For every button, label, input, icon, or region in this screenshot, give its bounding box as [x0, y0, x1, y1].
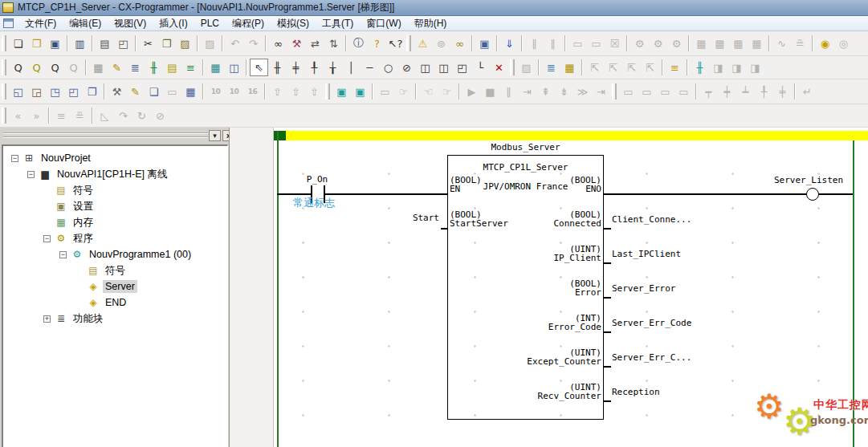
tree-item-内存[interactable]: ▦内存 — [3, 214, 227, 230]
line-connect-icon[interactable]: └ — [471, 59, 490, 76]
coil-Server_Listen[interactable] — [806, 188, 819, 201]
new-closed-coil-icon[interactable]: ⊘ — [397, 59, 416, 76]
menu-item-1[interactable]: 编辑(E) — [63, 15, 108, 32]
paste-icon[interactable]: ▨ — [176, 35, 194, 52]
ab-replace-icon[interactable]: ⇅ — [324, 35, 343, 52]
monitor-hh-icon[interactable]: ╫ — [691, 59, 709, 76]
menu-item-9[interactable]: 帮助(H) — [408, 15, 454, 32]
open-file-icon[interactable]: ❐ — [27, 35, 46, 52]
fb-input-pin-StartServer[interactable]: StartServer — [450, 219, 508, 228]
stack-view-icon[interactable]: ≣ — [542, 59, 560, 76]
show-rung-annotation-icon[interactable]: ≣ — [126, 59, 145, 76]
find-icon[interactable]: ∞ — [269, 35, 287, 52]
ci-watch-icon[interactable]: ◫ — [225, 59, 243, 76]
operand-Server_Err_C...[interactable]: Server_Err_C... — [612, 353, 691, 362]
tree-item-功能块[interactable]: +≣功能块 — [3, 311, 227, 327]
program-view-icon[interactable]: ❏ — [145, 83, 163, 100]
properties-info-icon[interactable]: ⓘ — [349, 35, 368, 52]
coil-operand-label[interactable]: Server_Listen — [774, 176, 843, 185]
work-online-icon[interactable]: ▣ — [332, 83, 351, 100]
fb-output-pin-Connected[interactable]: Connected — [553, 219, 601, 228]
address-tree-icon[interactable]: ≡ — [666, 59, 684, 76]
collapse-icon[interactable]: − — [11, 155, 18, 162]
toolbar-grip[interactable] — [406, 35, 411, 51]
tree-item-程序[interactable]: −⚙程序 — [3, 230, 227, 246]
tree-item-设置[interactable]: ▣设置 — [3, 198, 227, 214]
new-coil-icon[interactable]: ○ — [379, 59, 397, 76]
new-fb-invocation-icon[interactable]: ◰ — [453, 59, 471, 76]
toolbar-grip[interactable] — [2, 35, 6, 51]
fb-output-pin-Recv_Counter[interactable]: Recv_Counter — [538, 392, 601, 400]
toolbar-grip[interactable] — [2, 108, 6, 124]
fb-output-pin-Error_Code[interactable]: Error_Code — [548, 323, 601, 331]
rung-comment-icon[interactable]: ✎ — [108, 59, 126, 76]
zoom-tool-icon[interactable]: Q — [9, 59, 27, 76]
tree-item-符号[interactable]: ▤符号 — [3, 182, 227, 198]
tree-item-Server[interactable]: ◈Server — [3, 278, 227, 295]
fb-output-pin-Error[interactable]: Error — [575, 288, 601, 297]
memory-view-icon[interactable]: ▦ — [181, 83, 200, 100]
menu-item-3[interactable]: 插入(I) — [153, 15, 194, 32]
new-instruction2-icon[interactable]: ◫ — [434, 59, 453, 76]
cascade-window-icon[interactable]: ◱ — [9, 83, 27, 100]
tree-item-END[interactable]: ◈END — [3, 295, 227, 311]
monitor-in-rung-icon[interactable]: ╫ — [145, 59, 163, 76]
save-compile-icon[interactable]: ▣ — [475, 35, 494, 52]
collapse-icon[interactable]: − — [43, 235, 51, 242]
menu-item-5[interactable]: 编程(P) — [226, 15, 271, 32]
compile-icon[interactable]: ⚠ — [414, 35, 432, 52]
collapse-icon[interactable]: − — [27, 171, 35, 178]
menu-item-2[interactable]: 视图(V) — [108, 15, 153, 32]
cross-reference-icon[interactable]: ⚒ — [108, 83, 126, 100]
zoom-to-fit-icon[interactable]: Q — [27, 59, 46, 76]
tile-window-icon[interactable]: ❐ — [83, 83, 101, 100]
show-comment-list-icon[interactable]: ▤ — [163, 59, 181, 76]
zoom-in-icon[interactable]: Q — [46, 59, 64, 76]
delete-line-icon[interactable]: ✕ — [490, 59, 508, 76]
symbol-tree-icon[interactable]: ≡ — [181, 59, 200, 76]
find-compile-error-icon[interactable]: ∞ — [450, 35, 469, 52]
monitor-mode-icon[interactable]: ▣ — [351, 83, 369, 100]
vertical-line-icon[interactable]: │ — [342, 59, 361, 76]
operand-Server_Err_Code[interactable]: Server_Err_Code — [612, 319, 691, 327]
fb-instance-name[interactable]: Modbus_Server — [447, 143, 604, 152]
operand-Last_IPClient[interactable]: Last_IPClient — [612, 250, 681, 258]
child-window-icon[interactable] — [3, 18, 14, 28]
fb-input-pin-EN[interactable]: EN — [450, 185, 460, 193]
toolbar-grip[interactable] — [510, 59, 515, 75]
menu-item-6[interactable]: 模拟(S) — [271, 15, 316, 32]
watch-window-icon[interactable]: ◰ — [64, 83, 83, 100]
output-window-icon[interactable]: ◳ — [46, 83, 64, 100]
menu-item-4[interactable]: PLC — [194, 16, 226, 30]
save-icon[interactable]: ▣ — [46, 35, 64, 52]
symbol-replace-icon[interactable]: ⇄ — [306, 35, 324, 52]
new-closed-contact-icon[interactable]: ╪ — [287, 59, 305, 76]
menu-item-0[interactable]: 文件(F) — [18, 15, 63, 32]
dock-gripper[interactable] — [3, 132, 208, 138]
tree-item-NouvProgramme1-00-[interactable]: −⚙NouvProgramme1 (00) — [3, 246, 227, 262]
data-trace-icon[interactable]: ▦ — [560, 59, 579, 76]
new-instruction-icon[interactable]: ◫ — [416, 59, 434, 76]
expand-icon[interactable]: + — [43, 315, 51, 323]
tree-item-NouvAPI1-CP1H-E-离线[interactable]: −▆NouvAPI1[CP1H-E] 离线 — [3, 166, 227, 182]
address-reference-icon[interactable]: ▦ — [206, 59, 225, 76]
print-preview-icon[interactable]: ◰ — [114, 35, 132, 52]
protection-lock-icon[interactable]: ◉ — [816, 35, 834, 52]
toolbar-grip[interactable] — [325, 83, 330, 100]
fb-output-pin-ENO[interactable]: ENO — [585, 185, 601, 193]
contact-comment[interactable]: 常通标志 — [293, 197, 335, 209]
fb-output-pin-IP_Client[interactable]: IP_Client — [553, 254, 601, 262]
contact-operand-label[interactable]: P_On — [285, 175, 349, 184]
toolbar-grip[interactable] — [2, 59, 6, 75]
page-setup-icon[interactable]: ▥ — [71, 35, 89, 52]
tree-item-符号[interactable]: ▤符号 — [3, 262, 227, 278]
ladder-editor[interactable]: P_On 常通标志 Modbus_Server MTCP_CP1L_Server… — [274, 128, 868, 447]
new-or-contact-icon[interactable]: ╀ — [305, 59, 324, 76]
toolbar-grip[interactable] — [2, 83, 6, 100]
operand-Start[interactable]: Start — [413, 213, 439, 222]
show-grid-icon[interactable]: ▦ — [89, 59, 108, 76]
context-help-icon[interactable]: ↖? — [386, 35, 405, 52]
print-icon[interactable]: ▤ — [96, 35, 114, 52]
copy-icon[interactable]: ❐ — [157, 35, 176, 52]
select-mode-icon[interactable]: ⇖ — [250, 59, 268, 76]
